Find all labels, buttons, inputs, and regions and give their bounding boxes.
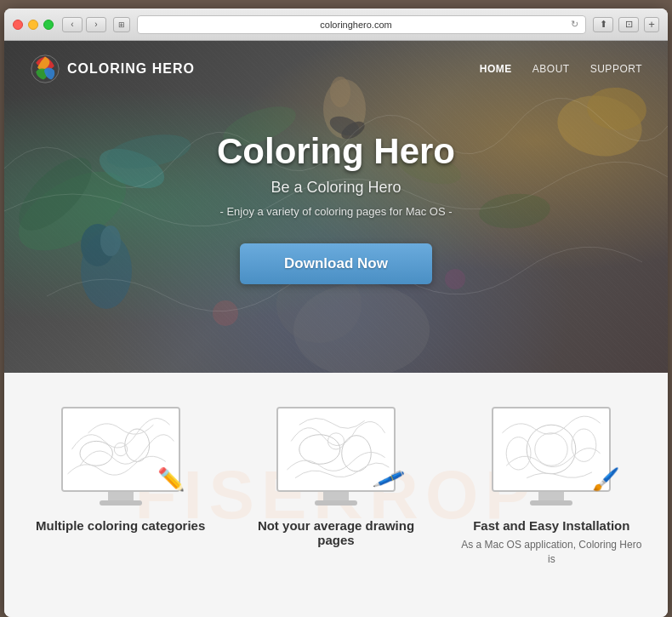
browser-window: ‹ › ⊞ coloringhero.com ↻ ⬆ ⊡ + xyxy=(4,9,668,617)
minimize-button[interactable] xyxy=(28,20,38,30)
features-grid: ✏️ Multiple coloring categories xyxy=(21,407,651,567)
maximize-button[interactable] xyxy=(43,20,54,30)
hero-tagline: - Enjoy a variety of coloring pages for … xyxy=(4,205,668,218)
tab-icon: ⊞ xyxy=(113,17,130,32)
download-now-button[interactable]: Download Now xyxy=(240,243,432,284)
feature-title-3: Fast and Easy Installation xyxy=(458,518,645,533)
address-bar[interactable]: coloringhero.com ↻ xyxy=(137,15,586,34)
hero-subtitle: Be a Coloring Hero xyxy=(4,179,668,197)
reload-icon[interactable]: ↻ xyxy=(571,19,578,30)
feature-desc-3: As a Mac OS application, Coloring Hero i… xyxy=(458,538,645,567)
feature-item-3: 🖌️ Fast and Easy Installation As a Mac O… xyxy=(458,407,645,567)
back-icon: ‹ xyxy=(71,20,73,29)
share-button[interactable]: ⬆ xyxy=(593,17,613,32)
nav-home[interactable]: HOME xyxy=(480,63,512,75)
pencil-icon: ✏️ xyxy=(157,466,185,493)
forward-button[interactable]: › xyxy=(86,17,106,32)
feature-monitor-1: ✏️ xyxy=(53,407,189,506)
features-section: FISEKROP xyxy=(4,373,668,617)
reading-list-button[interactable]: ⊡ xyxy=(618,17,639,32)
traffic-lights xyxy=(13,20,54,30)
feature-monitor-2: 🖊️ xyxy=(268,407,404,506)
hero-nav-menu: HOME ABOUT SUPPORT xyxy=(480,63,642,75)
address-text: coloringhero.com xyxy=(145,20,567,30)
hero-title: Coloring Hero xyxy=(4,131,668,172)
close-button[interactable] xyxy=(13,20,23,30)
add-tab-button[interactable]: + xyxy=(644,17,659,32)
nav-about[interactable]: ABOUT xyxy=(532,63,570,75)
forward-icon: › xyxy=(94,20,97,29)
hero-section: COLORING HERO HOME ABOUT SUPPORT Colorin… xyxy=(4,41,668,373)
monitor-base-3 xyxy=(530,500,572,506)
hero-nav: COLORING HERO HOME ABOUT SUPPORT xyxy=(4,41,668,97)
logo: COLORING HERO xyxy=(30,54,195,84)
monitor-stand-3 xyxy=(538,492,564,500)
logo-text: COLORING HERO xyxy=(67,61,195,77)
nav-support[interactable]: SUPPORT xyxy=(590,63,642,75)
nav-buttons: ‹ › xyxy=(62,17,106,32)
feature-title-2: Not your average drawing pages xyxy=(242,518,430,547)
feature-item-2: 🖊️ Not your average drawing pages xyxy=(242,407,430,567)
browser-titlebar: ‹ › ⊞ coloringhero.com ↻ ⬆ ⊡ + xyxy=(4,9,668,41)
brush-icon: 🖌️ xyxy=(592,466,619,493)
logo-icon xyxy=(30,54,60,84)
hero-content: Coloring Hero Be a Coloring Hero - Enjoy… xyxy=(4,97,668,284)
monitor-base-1 xyxy=(100,500,142,506)
feature-item-1: ✏️ Multiple coloring categories xyxy=(27,407,214,567)
toolbar-right: ⬆ ⊡ + xyxy=(593,17,659,32)
feature-title-1: Multiple coloring categories xyxy=(27,518,214,533)
svg-point-16 xyxy=(213,300,238,326)
back-button[interactable]: ‹ xyxy=(62,17,83,32)
monitor-base-2 xyxy=(315,500,357,506)
feature-monitor-3: 🖌️ xyxy=(483,407,619,506)
monitor-stand-1 xyxy=(108,492,134,500)
monitor-stand-2 xyxy=(323,492,349,500)
website-content: COLORING HERO HOME ABOUT SUPPORT Colorin… xyxy=(4,41,668,617)
